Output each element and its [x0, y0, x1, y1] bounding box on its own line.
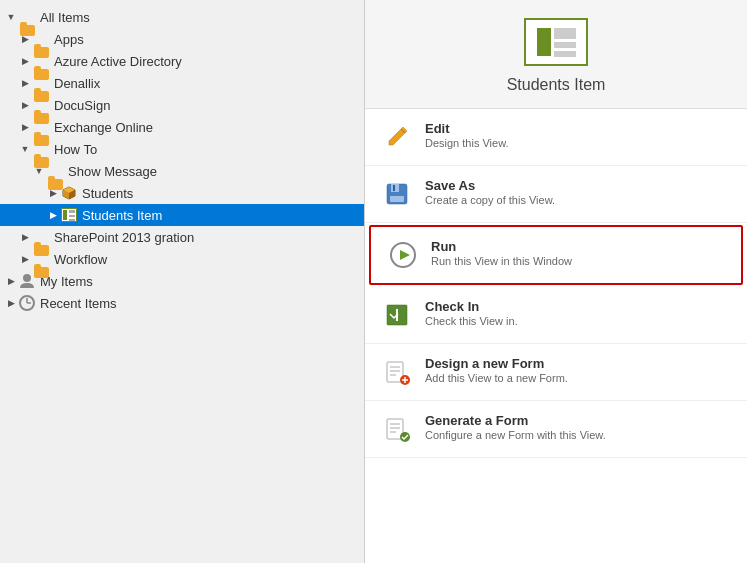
tree-item-sharepoint[interactable]: ▶ SharePoint 2013 gration: [0, 226, 364, 248]
svg-rect-5: [63, 210, 67, 220]
tree-panel: ▼ All Items ▶ Apps ▶ Azure Active Direct…: [0, 0, 365, 563]
action-check-in-title: Check In: [425, 299, 518, 314]
action-edit-title: Edit: [425, 121, 509, 136]
icon-block-top: [554, 28, 576, 39]
generate-form-icon: [381, 413, 413, 445]
action-run[interactable]: Run Run this View in this Window: [369, 225, 743, 285]
arrow-sharepoint: ▶: [18, 232, 32, 242]
tree-label-azure-ad: Azure Active Directory: [54, 54, 182, 69]
folder-icon-denallix: [32, 75, 50, 91]
icon-block-mid: [554, 42, 576, 48]
tree-item-howto[interactable]: ▼ How To: [0, 138, 364, 160]
header-icon: [524, 18, 588, 66]
tree-label-students-item: Students Item: [82, 208, 162, 223]
folder-icon-exchange: [32, 119, 50, 135]
clock-icon-recentitems: [18, 295, 36, 311]
action-design-form[interactable]: Design a new Form Add this View to a new…: [365, 344, 747, 401]
tree-item-all-items[interactable]: ▼ All Items: [0, 6, 364, 28]
tree-item-workflow[interactable]: ▶ Workflow: [0, 248, 364, 270]
action-save-as-title: Save As: [425, 178, 555, 193]
tree-label-showmessage: Show Message: [68, 164, 157, 179]
tree-label-denallix: Denallix: [54, 76, 100, 91]
arrow-denallix: ▶: [18, 78, 32, 88]
arrow-exchange: ▶: [18, 122, 32, 132]
right-panel-title: Students Item: [507, 76, 606, 94]
arrow-recentitems: ▶: [4, 298, 18, 308]
svg-rect-16: [390, 196, 404, 202]
tree-item-myitems[interactable]: ▶ My Items: [0, 270, 364, 292]
tree-label-sharepoint: SharePoint 2013 gration: [54, 230, 194, 245]
tree-label-apps: Apps: [54, 32, 84, 47]
action-generate-form-text: Generate a Form Configure a new Form wit…: [425, 413, 606, 441]
action-check-in[interactable]: Check In Check this View in.: [365, 287, 747, 344]
tree-label-all-items: All Items: [40, 10, 90, 25]
arrow-workflow: ▶: [18, 254, 32, 264]
cube-icon-students: [60, 185, 78, 201]
icon-block-bot: [554, 51, 576, 57]
action-run-title: Run: [431, 239, 572, 254]
tree-item-students-item[interactable]: ▶ Students Item: [0, 204, 364, 226]
arrow-myitems: ▶: [4, 276, 18, 286]
design-form-icon: [381, 356, 413, 388]
pencil-icon: [381, 121, 413, 153]
folder-icon-apps: [32, 31, 50, 47]
tree-label-howto: How To: [54, 142, 97, 157]
play-icon: [387, 239, 419, 271]
arrow-docusign: ▶: [18, 100, 32, 110]
header-icon-inner: [537, 28, 576, 57]
tree-item-showmessage[interactable]: ▼ Show Message: [0, 160, 364, 182]
svg-rect-7: [69, 215, 75, 217]
students-item-icon: [60, 207, 78, 223]
svg-rect-8: [69, 219, 75, 221]
action-save-as-text: Save As Create a copy of this View.: [425, 178, 555, 206]
action-check-in-desc: Check this View in.: [425, 315, 518, 327]
folder-icon-workflow: [32, 251, 50, 267]
tree-item-denallix[interactable]: ▶ Denallix: [0, 72, 364, 94]
right-panel: Students Item Edit Design this View.: [365, 0, 747, 563]
tree-label-workflow: Workflow: [54, 252, 107, 267]
checkin-icon: [381, 299, 413, 331]
action-design-form-title: Design a new Form: [425, 356, 568, 371]
folder-icon-showmessage: [46, 163, 64, 179]
folder-icon-sharepoint: [32, 229, 50, 245]
action-generate-form-desc: Configure a new Form with this View.: [425, 429, 606, 441]
tree-label-recentitems: Recent Items: [40, 296, 117, 311]
folder-icon-all-items: [18, 9, 36, 25]
folder-icon-howto: [32, 141, 50, 157]
svg-point-9: [23, 274, 31, 282]
action-save-as[interactable]: Save As Create a copy of this View.: [365, 166, 747, 223]
right-header: Students Item: [365, 0, 747, 109]
tree-item-docusign[interactable]: ▶ DocuSign: [0, 94, 364, 116]
folder-icon-azure-ad: [32, 53, 50, 69]
action-check-in-text: Check In Check this View in.: [425, 299, 518, 327]
arrow-howto: ▼: [18, 144, 32, 154]
action-run-desc: Run this View in this Window: [431, 255, 572, 267]
action-list: Edit Design this View. Save As Create a …: [365, 109, 747, 458]
action-run-text: Run Run this View in this Window: [431, 239, 572, 267]
svg-rect-17: [393, 185, 395, 191]
arrow-azure-ad: ▶: [18, 56, 32, 66]
tree-label-exchange: Exchange Online: [54, 120, 153, 135]
tree-item-recentitems[interactable]: ▶ Recent Items: [0, 292, 364, 314]
action-generate-form[interactable]: Generate a Form Configure a new Form wit…: [365, 401, 747, 458]
action-edit[interactable]: Edit Design this View.: [365, 109, 747, 166]
tree-item-apps[interactable]: ▶ Apps: [0, 28, 364, 50]
svg-marker-19: [400, 250, 410, 260]
action-save-as-desc: Create a copy of this View.: [425, 194, 555, 206]
tree-item-azure-ad[interactable]: ▶ Azure Active Directory: [0, 50, 364, 72]
arrow-students-item: ▶: [46, 210, 60, 220]
arrow-all-items: ▼: [4, 12, 18, 22]
tree-label-students: Students: [82, 186, 133, 201]
save-icon: [381, 178, 413, 210]
tree-item-exchange[interactable]: ▶ Exchange Online: [0, 116, 364, 138]
svg-rect-6: [69, 210, 75, 213]
folder-icon-docusign: [32, 97, 50, 113]
action-design-form-desc: Add this View to a new Form.: [425, 372, 568, 384]
icon-left-block: [537, 28, 551, 56]
action-design-form-text: Design a new Form Add this View to a new…: [425, 356, 568, 384]
tree-label-docusign: DocuSign: [54, 98, 110, 113]
action-edit-text: Edit Design this View.: [425, 121, 509, 149]
action-edit-desc: Design this View.: [425, 137, 509, 149]
action-generate-form-title: Generate a Form: [425, 413, 606, 428]
icon-right-blocks: [554, 28, 576, 57]
